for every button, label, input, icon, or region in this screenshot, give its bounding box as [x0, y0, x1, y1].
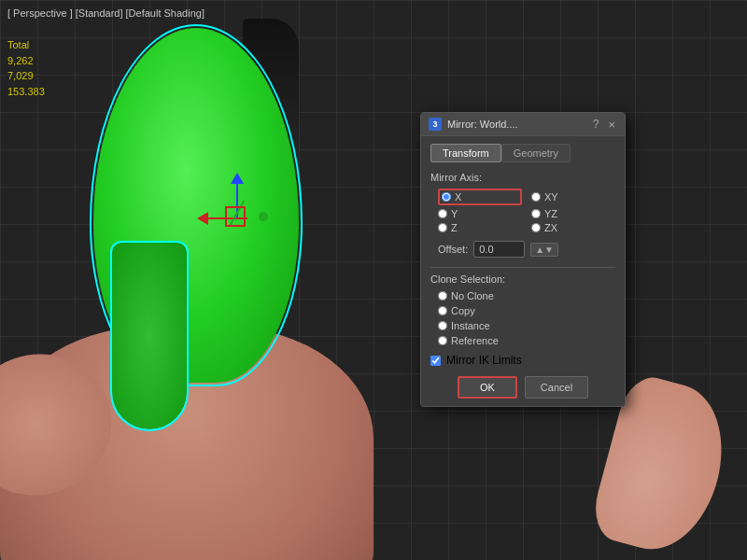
offset-spinner[interactable]: ▲▼: [530, 243, 558, 257]
stats-panel: Total 9,262 7,029 153.383: [7, 37, 45, 99]
copy-label: Copy: [451, 305, 475, 316]
viewport-label: [ Perspective ] [Standard] [Default Shad…: [7, 7, 204, 19]
radio-z-label: Z: [451, 222, 458, 233]
mirror-ik-checkbox[interactable]: [430, 356, 441, 366]
clone-reference[interactable]: Reference: [438, 335, 615, 346]
radio-copy[interactable]: [438, 306, 447, 315]
no-clone-label: No Clone: [451, 290, 494, 301]
radio-x-label: X: [455, 191, 461, 203]
clone-section-label: Clone Selection:: [430, 273, 615, 285]
x-arrow: [197, 212, 208, 225]
dialog-body: Transform Geometry Mirror Axis: X XY Y: [421, 136, 625, 406]
radio-yz[interactable]: [531, 209, 541, 218]
verts-count: 9,262: [7, 53, 45, 69]
tab-transform[interactable]: Transform: [430, 144, 501, 162]
radio-instance[interactable]: [438, 321, 447, 330]
mirror-dialog: 3 Mirror: World.... ? × Transform Geomet…: [420, 112, 626, 407]
divider: [430, 267, 615, 268]
radio-yz-item[interactable]: YZ: [531, 208, 615, 219]
clone-copy[interactable]: Copy: [438, 305, 615, 316]
button-row: OK Cancel: [430, 376, 615, 399]
transform-gizmo: [201, 182, 275, 257]
mirror-axis-group: X XY Y YZ Z: [438, 189, 615, 233]
radio-zx-label: ZX: [544, 222, 557, 233]
green-hair-lower-mesh: [112, 243, 187, 429]
radio-y-item[interactable]: Y: [438, 208, 522, 219]
viewport: [ Perspective ] [Standard] [Default Shad…: [0, 0, 747, 560]
pivot-dot: [259, 212, 268, 221]
dialog-titlebar: 3 Mirror: World.... ? ×: [421, 113, 625, 136]
reference-label: Reference: [451, 335, 499, 346]
dialog-close-button[interactable]: ×: [606, 119, 617, 131]
radio-xy-item[interactable]: XY: [531, 189, 615, 205]
mirror-ik-row[interactable]: Mirror IK Limits: [430, 354, 615, 367]
cancel-button[interactable]: Cancel: [525, 376, 588, 399]
z-arrow: [231, 173, 244, 184]
mirror-axis-label: Mirror Axis:: [430, 172, 615, 183]
offset-input[interactable]: [473, 241, 525, 258]
radio-z[interactable]: [438, 223, 447, 232]
tab-row: Transform Geometry: [430, 144, 615, 162]
clone-instance[interactable]: Instance: [438, 320, 615, 331]
offset-row: Offset: ▲▼: [438, 241, 615, 258]
radio-x-item[interactable]: X: [438, 189, 522, 205]
radio-z-item[interactable]: Z: [438, 222, 522, 233]
mirror-ik-label: Mirror IK Limits: [446, 354, 522, 367]
radio-yz-label: YZ: [544, 208, 557, 219]
total-label: Total: [7, 37, 45, 53]
dialog-icon: 3: [429, 118, 442, 131]
radio-x[interactable]: [442, 192, 451, 202]
radio-xy[interactable]: [531, 192, 541, 202]
radio-y[interactable]: [438, 209, 447, 218]
dialog-help-button[interactable]: ?: [593, 118, 599, 131]
tab-geometry[interactable]: Geometry: [501, 144, 571, 162]
radio-reference[interactable]: [438, 336, 447, 345]
clone-no-clone[interactable]: No Clone: [438, 290, 615, 301]
radio-xy-label: XY: [544, 191, 558, 203]
selection-box: [225, 206, 246, 227]
radio-no-clone[interactable]: [438, 291, 447, 301]
clone-options: No Clone Copy Instance Reference: [438, 290, 615, 346]
coord-value: 153.383: [7, 84, 45, 100]
radio-zx[interactable]: [531, 223, 541, 232]
faces-count: 7,029: [7, 68, 45, 84]
offset-label: Offset:: [438, 244, 468, 255]
radio-zx-item[interactable]: ZX: [531, 222, 615, 233]
ok-button[interactable]: OK: [458, 376, 517, 399]
dialog-title: Mirror: World....: [447, 119, 593, 130]
instance-label: Instance: [451, 320, 490, 331]
radio-y-label: Y: [451, 208, 458, 219]
